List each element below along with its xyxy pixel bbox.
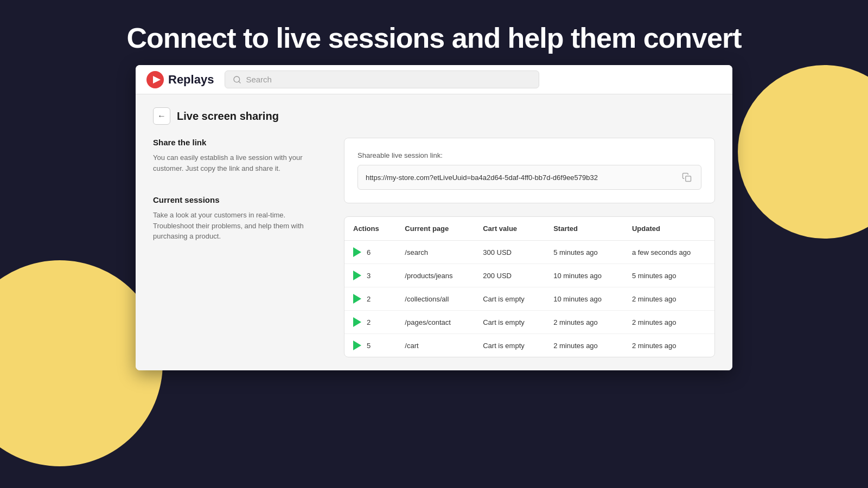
- sessions-table: Actions Current page Cart value Started …: [344, 217, 714, 357]
- link-field: https://my-store.com?etLiveUuid=ba4a2d64…: [358, 165, 701, 190]
- play-triangle-icon: [353, 271, 361, 280]
- cell-cart-value: 200 USD: [474, 264, 545, 287]
- cell-current-page: /pages/contact: [396, 311, 474, 334]
- cell-current-page: /search: [396, 241, 474, 264]
- copy-icon[interactable]: [680, 171, 693, 184]
- svg-line-3: [239, 81, 240, 83]
- table-row[interactable]: 3 /products/jeans200 USD10 minutes ago5 …: [344, 264, 714, 287]
- cell-cart-value: Cart is empty: [474, 311, 545, 334]
- play-button[interactable]: [353, 271, 361, 280]
- sessions-section-title: Current sessions: [153, 195, 327, 204]
- sessions-tbody: 6 /search300 USD5 minutes agoa few secon…: [344, 241, 714, 357]
- cell-started: 5 minutes ago: [545, 241, 623, 264]
- hero-heading: Connect to live sessions and help them c…: [0, 0, 868, 65]
- col-header-current-page: Current page: [396, 217, 474, 241]
- table-header: Actions Current page Cart value Started …: [344, 217, 714, 241]
- play-triangle-icon: [353, 247, 361, 257]
- play-triangle-icon: [353, 294, 361, 304]
- cell-updated: 2 minutes ago: [623, 311, 714, 334]
- share-link-card: Shareable live session link: https://my-…: [344, 138, 715, 203]
- cell-current-page: /cart: [396, 334, 474, 357]
- page-header: ← Live screen sharing: [153, 107, 715, 125]
- table-row[interactable]: 5 /cartCart is empty2 minutes ago2 minut…: [344, 334, 714, 357]
- cell-started: 2 minutes ago: [545, 311, 623, 334]
- col-header-actions: Actions: [344, 217, 396, 241]
- play-button[interactable]: [353, 294, 361, 304]
- table-row[interactable]: 2 /collections/allCart is empty10 minute…: [344, 287, 714, 311]
- cell-actions: 2: [344, 311, 396, 334]
- col-header-cart-value: Cart value: [474, 217, 545, 241]
- cell-started: 10 minutes ago: [545, 287, 623, 311]
- col-header-started: Started: [545, 217, 623, 241]
- app-window: Replays Search ← Live screen sharing Sha…: [136, 65, 732, 370]
- cell-actions: 6: [344, 241, 396, 264]
- cell-updated: 2 minutes ago: [623, 287, 714, 311]
- top-bar: Replays Search: [136, 65, 732, 94]
- back-button[interactable]: ←: [153, 107, 170, 125]
- sessions-card: Actions Current page Cart value Started …: [344, 216, 715, 357]
- share-section: Share the link You can easily establish …: [153, 138, 327, 174]
- logo-text: Replays: [168, 73, 214, 87]
- cell-started: 10 minutes ago: [545, 264, 623, 287]
- right-col: Shareable live session link: https://my-…: [344, 138, 715, 357]
- cell-updated: 2 minutes ago: [623, 334, 714, 357]
- bg-circle-right: [738, 65, 868, 239]
- logo-icon: [146, 71, 164, 88]
- svg-rect-4: [686, 176, 691, 182]
- search-bar[interactable]: Search: [225, 70, 539, 88]
- card-label: Shareable live session link:: [358, 151, 701, 159]
- actions-number: 2: [367, 318, 371, 326]
- table-row[interactable]: 2 /pages/contactCart is empty2 minutes a…: [344, 311, 714, 334]
- cell-cart-value: Cart is empty: [474, 334, 545, 357]
- actions-number: 2: [367, 295, 371, 303]
- play-button[interactable]: [353, 341, 361, 350]
- play-triangle-icon: [353, 317, 361, 327]
- link-value: https://my-store.com?etLiveUuid=ba4a2d64…: [366, 174, 680, 182]
- table-row[interactable]: 6 /search300 USD5 minutes agoa few secon…: [344, 241, 714, 264]
- cell-actions: 2: [344, 287, 396, 311]
- header-row: Actions Current page Cart value Started …: [344, 217, 714, 241]
- search-icon: [233, 75, 241, 84]
- content-area: ← Live screen sharing Share the link You…: [136, 94, 732, 370]
- left-col: Share the link You can easily establish …: [153, 138, 327, 357]
- cell-started: 2 minutes ago: [545, 334, 623, 357]
- actions-number: 3: [367, 272, 371, 280]
- sessions-section-desc: Take a look at your customers in real-ti…: [153, 210, 327, 242]
- cell-updated: a few seconds ago: [623, 241, 714, 264]
- share-section-desc: You can easily establish a live session …: [153, 152, 327, 174]
- two-col-layout: Share the link You can easily establish …: [153, 138, 715, 357]
- cell-actions: 5: [344, 334, 396, 357]
- actions-number: 6: [367, 248, 371, 256]
- cell-current-page: /collections/all: [396, 287, 474, 311]
- share-section-title: Share the link: [153, 138, 327, 147]
- logo-area[interactable]: Replays: [146, 71, 214, 88]
- play-button[interactable]: [353, 247, 361, 257]
- cell-cart-value: Cart is empty: [474, 287, 545, 311]
- play-button[interactable]: [353, 317, 361, 327]
- cell-actions: 3: [344, 264, 396, 287]
- sessions-section-left: Current sessions Take a look at your cus…: [153, 195, 327, 242]
- col-header-updated: Updated: [623, 217, 714, 241]
- search-placeholder: Search: [246, 75, 272, 84]
- cell-cart-value: 300 USD: [474, 241, 545, 264]
- page-title: Live screen sharing: [177, 110, 279, 123]
- cell-current-page: /products/jeans: [396, 264, 474, 287]
- cell-updated: 5 minutes ago: [623, 264, 714, 287]
- play-triangle-icon: [353, 341, 361, 350]
- actions-number: 5: [367, 342, 371, 350]
